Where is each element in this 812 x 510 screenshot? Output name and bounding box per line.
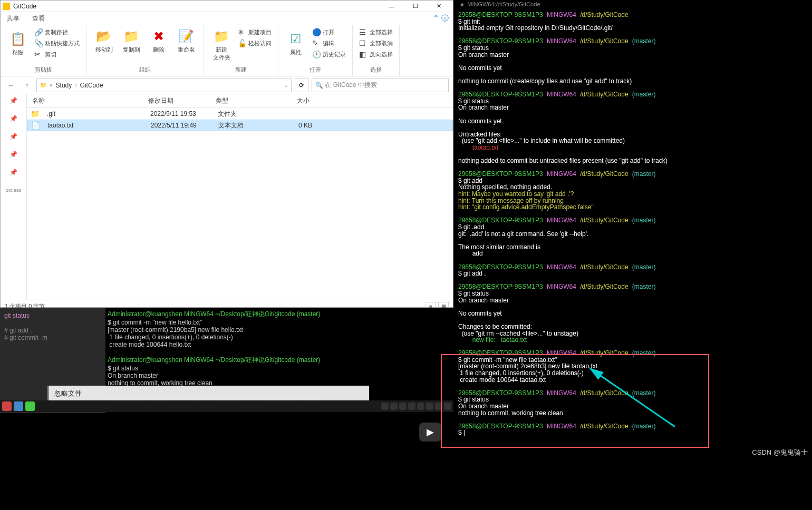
- paste-button[interactable]: 📋 粘贴: [5, 27, 31, 60]
- dropdown-icon[interactable]: ⌄: [284, 82, 288, 88]
- col-date[interactable]: 修改日期: [148, 96, 216, 105]
- col-name[interactable]: 名称: [27, 96, 148, 105]
- pin-icon[interactable]: 📌: [9, 114, 18, 123]
- menu-tabs: 共享 查看 ⌃ ⓘ: [1, 12, 453, 25]
- file-date: 2022/5/11 19:49: [151, 122, 218, 129]
- easyaccess-button[interactable]: 🔓轻松访问: [236, 38, 274, 48]
- task-icon[interactable]: [25, 401, 35, 411]
- pin-icon[interactable]: 📌: [9, 96, 18, 105]
- file-row[interactable]: 📁 .git 2022/5/11 19:53 文件夹: [27, 108, 453, 120]
- ribbon-collapse-icon[interactable]: ⌃ ⓘ: [433, 14, 449, 23]
- titlebar[interactable]: GitCode — ☐ ✕: [1, 1, 453, 12]
- file-explorer-window: GitCode — ☐ ✕ 共享 查看 ⌃ ⓘ 📋 粘贴 🔗复制路径 📎粘贴快捷…: [0, 0, 453, 308]
- invert-icon: ◧: [359, 50, 368, 58]
- file-type: 文件夹: [218, 110, 275, 119]
- git-bash-terminal[interactable]: ◆ MINGW64:/d/Study/GitCode 29658@DESKTOP…: [456, 0, 812, 458]
- pin-icon[interactable]: 📌: [9, 150, 18, 159]
- pin-icon[interactable]: 📌: [9, 168, 18, 176]
- properties-button[interactable]: ☑属性: [283, 27, 309, 60]
- tray-icon[interactable]: [444, 403, 451, 410]
- group-new-label: 新建: [235, 66, 247, 74]
- copyto-button[interactable]: 📁复制到: [118, 27, 144, 55]
- maximize-button[interactable]: ☐: [403, 1, 427, 12]
- terminal-title: ◆ MINGW64:/d/Study/GitCode: [456, 0, 812, 9]
- search-input[interactable]: 🔍 在 GitCode 中搜索: [312, 79, 449, 92]
- tab-view[interactable]: 查看: [32, 14, 45, 23]
- delete-icon: ✖: [150, 28, 167, 45]
- folder-icon: [3, 3, 10, 10]
- tray-icon[interactable]: [408, 403, 415, 410]
- clipboard-icon: 📋: [9, 31, 26, 47]
- play-icon[interactable]: ▶: [419, 423, 441, 442]
- pin-icon[interactable]: 📌: [9, 132, 18, 141]
- tray-icon[interactable]: [390, 403, 398, 410]
- easyaccess-icon: 🔓: [238, 39, 246, 47]
- file-row[interactable]: 📄 taotao.txt 2022/5/11 19:49 文本文档 0 KB: [27, 120, 453, 131]
- close-button[interactable]: ✕: [427, 1, 451, 12]
- file-list[interactable]: 名称 修改日期 类型 大小 📁 .git 2022/5/11 19:53 文件夹…: [27, 94, 453, 300]
- history-icon: 🕐: [312, 50, 321, 58]
- folder-icon: 📁: [40, 82, 46, 88]
- rename-icon: 📝: [178, 28, 195, 45]
- search-icon: 🔍: [315, 82, 323, 89]
- breadcrumb-seg[interactable]: GitCode: [80, 82, 103, 89]
- group-organize-label: 组织: [139, 66, 151, 74]
- task-icon[interactable]: [14, 401, 23, 411]
- group-select-label: 选择: [370, 66, 382, 74]
- file-size: 0 KB: [275, 122, 317, 129]
- address-bar[interactable]: 📁 « Study › GitCode ⌄: [36, 79, 292, 92]
- file-name: .git: [42, 110, 150, 117]
- terminal-output: 29658@DESKTOP-9SSM1P3 MINGW64 /d/Study/G…: [456, 9, 812, 438]
- history-button[interactable]: 🕐历史记录: [310, 49, 348, 60]
- newfolder-icon: 📁: [213, 28, 230, 45]
- editor-comment: # git add .: [4, 327, 101, 334]
- tray-icon[interactable]: [435, 403, 442, 410]
- taskbar[interactable]: [0, 400, 453, 412]
- newfolder-button[interactable]: 📁新建 文件夹: [208, 27, 235, 63]
- up-button[interactable]: ↑: [21, 79, 33, 92]
- file-date: 2022/5/11 19:53: [150, 110, 218, 117]
- tray-icon[interactable]: [381, 403, 389, 410]
- tab-share[interactable]: 共享: [7, 14, 20, 23]
- ribbon: 📋 粘贴 🔗复制路径 📎粘贴快捷方式 ✂剪切 剪贴板 📂移动到 📁复制到 ✖删除…: [1, 25, 453, 76]
- navigation-bar: ← ↑ 📁 « Study › GitCode ⌄ ⟳ 🔍 在 GitCode …: [1, 76, 453, 94]
- breadcrumb-seg[interactable]: Study: [56, 82, 72, 89]
- copy-path-button[interactable]: 🔗复制路径: [32, 27, 82, 37]
- tray-icon[interactable]: [399, 403, 407, 410]
- col-size[interactable]: 大小: [273, 96, 315, 105]
- selectall-icon: ☰: [359, 28, 368, 36]
- editor-comment: # git commit -m: [4, 334, 101, 341]
- moveto-button[interactable]: 📂移动到: [91, 27, 117, 55]
- folder-icon: 📁: [30, 109, 40, 119]
- quickaccess-label: oot.ass: [9, 186, 18, 194]
- refresh-button[interactable]: ⟳: [295, 79, 308, 92]
- quickaccess-bar: 📌 📌 📌 📌 📌 oot.ass: [1, 94, 27, 300]
- tray-icon[interactable]: [426, 403, 433, 410]
- overlay-caption: 忽略文件: [47, 386, 369, 401]
- editor-line: git status: [4, 312, 101, 319]
- window-title: GitCode: [13, 3, 380, 10]
- back-button[interactable]: ←: [5, 79, 17, 92]
- delete-button[interactable]: ✖删除: [146, 27, 172, 55]
- newitem-button[interactable]: ✳新建项目: [236, 27, 274, 37]
- selectnone-button[interactable]: ☐全部取消: [357, 38, 395, 48]
- group-clipboard-label: 剪贴板: [35, 66, 52, 74]
- watermark: CSDN @鬼鬼骑士: [752, 448, 808, 457]
- edit-icon: ✎: [312, 39, 321, 47]
- invert-button[interactable]: ◧反向选择: [357, 49, 395, 60]
- path-icon: 🔗: [34, 28, 43, 36]
- cut-button[interactable]: ✂剪切: [32, 49, 82, 60]
- column-headers[interactable]: 名称 修改日期 类型 大小: [27, 94, 453, 108]
- newitem-icon: ✳: [238, 28, 246, 36]
- file-name: taotao.txt: [42, 122, 151, 129]
- tray-icon[interactable]: [417, 403, 424, 410]
- rename-button[interactable]: 📝重命名: [173, 27, 199, 55]
- open-button[interactable]: 🔵打开: [310, 27, 348, 37]
- edit-button[interactable]: ✎编辑: [310, 38, 348, 48]
- task-icon[interactable]: [2, 401, 12, 411]
- col-type[interactable]: 类型: [216, 96, 273, 105]
- paste-shortcut-button[interactable]: 📎粘贴快捷方式: [32, 38, 82, 48]
- shortcut-icon: 📎: [34, 39, 43, 47]
- selectall-button[interactable]: ☰全部选择: [357, 27, 395, 37]
- minimize-button[interactable]: —: [380, 1, 403, 12]
